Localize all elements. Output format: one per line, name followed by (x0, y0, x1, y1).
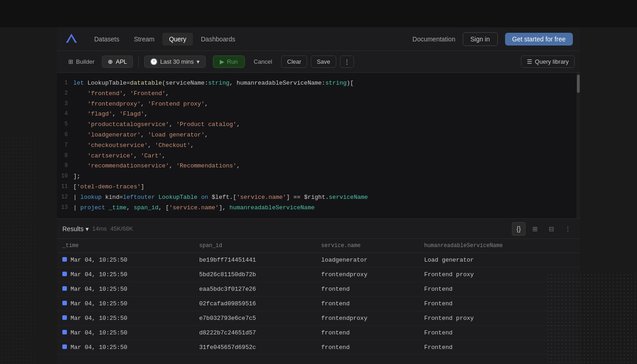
results-time-stat: 14ms (92, 225, 107, 232)
cell-service-name: frontendproxy (316, 268, 419, 282)
split-view-button[interactable]: ⊟ (545, 222, 558, 236)
clock-icon: 🕐 (150, 58, 157, 65)
editor-scrollbar-thumb (577, 75, 580, 93)
play-icon: ▶ (220, 58, 224, 65)
toolbar-right: ☰ Query library (521, 56, 575, 68)
col-service-name: service.name (316, 239, 419, 253)
cell-readable-name: Frontend (419, 282, 580, 297)
builder-icon: ⊞ (68, 58, 73, 65)
editor-line-12: 12 | lookup kind=leftouter LookupTable o… (57, 192, 580, 203)
results-count-stat: 45K/68K (110, 225, 133, 232)
cell-time: Mar 04, 10:25:50 (57, 297, 194, 311)
results-label[interactable]: Results ▾ (62, 225, 89, 233)
app-container: Datasets Stream Query Dashboards Documen… (57, 27, 580, 364)
cell-time: Mar 04, 10:25:50 (57, 340, 194, 355)
query-editor[interactable]: 1 let LookupTable=datatable(serviceName:… (57, 73, 580, 219)
builder-button[interactable]: ⊞ Builder (62, 56, 100, 68)
editor-line-8: 8 'cartservice', 'Cart', (57, 151, 580, 162)
cell-span-id: eaa5bdc3f0127e26 (194, 282, 316, 297)
chevron-down-icon: ▾ (86, 225, 89, 233)
cell-span-id: 31fe045657d6952c (194, 340, 316, 355)
editor-line-7: 7 'checkoutservice', 'Checkout', (57, 141, 580, 151)
apl-label: APL (116, 58, 127, 65)
row-icon (62, 330, 67, 334)
query-toolbar: ⊞ Builder ⊕ APL 🕐 Last 30 mins ▾ ▶ Run C… (57, 51, 580, 73)
navbar: Datasets Stream Query Dashboards Documen… (57, 27, 580, 51)
nav-query[interactable]: Query (162, 33, 192, 46)
table-row[interactable]: Mar 04, 10:25:50 d8222b7c24651d57 fronte… (57, 326, 580, 340)
apl-button[interactable]: ⊕ APL (102, 56, 133, 68)
query-library-button[interactable]: ☰ Query library (521, 56, 575, 68)
signin-button[interactable]: Sign in (463, 32, 498, 46)
cell-time: Mar 04, 10:25:50 (57, 326, 194, 340)
chevron-down-icon: ▾ (197, 58, 200, 65)
nav-links: Datasets Stream Query Dashboards (88, 33, 413, 46)
nav-stream[interactable]: Stream (127, 33, 161, 46)
library-icon: ☰ (527, 58, 532, 65)
toolbar-separator (138, 56, 139, 67)
nav-dashboards[interactable]: Dashboards (195, 33, 242, 46)
editor-line-11: 11 ['otel-demo-traces'] (57, 182, 580, 192)
editor-line-5: 5 'productcatalogservice', 'Product cata… (57, 120, 580, 130)
cell-service-name: loadgenerator (316, 253, 419, 268)
results-more-button[interactable]: ⋮ (561, 222, 575, 236)
row-icon (62, 272, 67, 276)
clear-button[interactable]: Clear (281, 56, 307, 68)
save-button[interactable]: Save (311, 56, 336, 68)
table-row[interactable]: Mar 04, 10:25:50 02fcafad09859516 fronte… (57, 297, 580, 311)
row-icon (62, 257, 67, 262)
table-row[interactable]: Mar 04, 10:25:50 5bd26c81150db72b fronte… (57, 268, 580, 282)
editor-line-9: 9 'recommendationservice', 'Recommendati… (57, 161, 580, 172)
editor-scrollbar[interactable] (576, 73, 580, 218)
table-row[interactable]: Mar 04, 10:25:50 be19bff714451441 loadge… (57, 253, 580, 268)
cell-readable-name: Frontend (419, 340, 580, 355)
table-row[interactable]: Mar 04, 10:25:50 eaa5bdc3f0127e26 fronte… (57, 282, 580, 297)
cell-service-name: frontendproxy (316, 311, 419, 326)
top-area (0, 0, 637, 27)
results-toolbar-right: {} ⊞ ⊟ ⋮ (512, 222, 575, 236)
table-row[interactable]: Mar 04, 10:25:50 31fe045657d6952c fronte… (57, 340, 580, 355)
results-tbody: Mar 04, 10:25:50 be19bff714451441 loadge… (57, 253, 580, 355)
table-row[interactable]: Mar 04, 10:25:50 e7b032793e6ce7c5 fronte… (57, 311, 580, 326)
editor-line-1: 1 let LookupTable=datatable(serviceName:… (57, 78, 580, 89)
app-logo (64, 32, 79, 46)
row-icon (62, 315, 67, 320)
results-label-text: Results (62, 225, 84, 233)
time-label: Last 30 mins (160, 58, 194, 65)
time-picker-button[interactable]: 🕐 Last 30 mins ▾ (144, 56, 206, 68)
nav-documentation[interactable]: Documentation (413, 35, 455, 43)
run-button[interactable]: ▶ Run (213, 56, 245, 68)
col-span-id: span_id (194, 239, 316, 253)
cell-time: Mar 04, 10:25:50 (57, 311, 194, 326)
globe-icon: ⊕ (108, 58, 113, 65)
cell-span-id: 02fcafad09859516 (194, 297, 316, 311)
cell-span-id: d8222b7c24651d57 (194, 326, 316, 340)
row-icon (62, 344, 67, 349)
cell-service-name: frontend (316, 326, 419, 340)
editor-line-13: 13 | project _time, span_id, ['service.n… (57, 203, 580, 213)
toolbar-left: ⊞ Builder ⊕ APL (62, 56, 133, 68)
cell-readable-name: Frontend proxy (419, 311, 580, 326)
table-view-button[interactable]: ⊞ (528, 222, 542, 236)
cancel-button[interactable]: Cancel (248, 56, 278, 67)
results-table: _time span_id service.name humanreadable… (57, 239, 580, 355)
col-readable-name: humanreadableServiceName (419, 239, 580, 253)
getstarted-button[interactable]: Get started for free (505, 33, 573, 46)
cell-span-id: 5bd26c81150db72b (194, 268, 316, 282)
results-toolbar: Results ▾ 14ms 45K/68K {} ⊞ ⊟ ⋮ (57, 219, 580, 239)
cell-readable-name: Frontend (419, 297, 580, 311)
nav-datasets[interactable]: Datasets (88, 33, 126, 46)
editor-line-10: 10 ]; (57, 172, 580, 182)
results-table-wrapper[interactable]: _time span_id service.name humanreadable… (57, 239, 580, 364)
cell-service-name: frontend (316, 297, 419, 311)
cell-span-id: e7b032793e6ce7c5 (194, 311, 316, 326)
editor-line-6: 6 'loadgenerator', 'Load generator', (57, 130, 580, 141)
json-view-button[interactable]: {} (512, 222, 526, 236)
cell-readable-name: Frontend (419, 326, 580, 340)
col-time: _time (57, 239, 194, 253)
table-header: _time span_id service.name humanreadable… (57, 239, 580, 253)
editor-line-3: 3 'frontendproxy', 'Frontend proxy', (57, 99, 580, 110)
query-library-label: Query library (535, 58, 569, 65)
more-options-button[interactable]: ⋮ (340, 56, 354, 68)
builder-label: Builder (76, 58, 94, 65)
